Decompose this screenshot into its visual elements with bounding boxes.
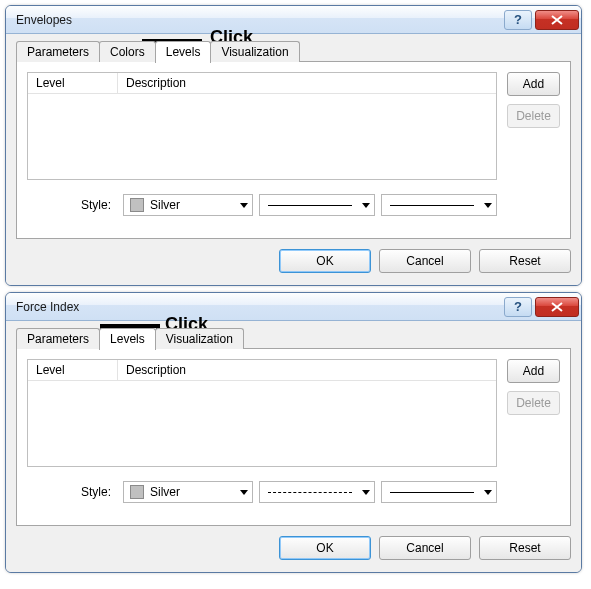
delete-button: Delete — [507, 391, 560, 415]
delete-button: Delete — [507, 104, 560, 128]
ok-button[interactable]: OK — [279, 249, 371, 273]
color-name: Silver — [150, 485, 180, 499]
help-button[interactable]: ? — [504, 297, 532, 317]
title-bar[interactable]: Envelopes ? — [6, 6, 581, 34]
reset-button[interactable]: Reset — [479, 536, 571, 560]
listview-header: Level Description — [28, 73, 496, 94]
tab-colors[interactable]: Colors — [99, 41, 156, 62]
chevron-down-icon — [362, 203, 370, 208]
reset-button[interactable]: Reset — [479, 249, 571, 273]
line-width-combo[interactable] — [381, 481, 497, 503]
tab-parameters[interactable]: Parameters — [16, 41, 100, 62]
cancel-button[interactable]: Cancel — [379, 249, 471, 273]
line-style-preview-icon — [268, 492, 352, 493]
add-button[interactable]: Add — [507, 359, 560, 383]
line-width-combo[interactable] — [381, 194, 497, 216]
close-icon — [551, 302, 563, 312]
column-header-description[interactable]: Description — [118, 360, 496, 380]
style-label: Style: — [27, 198, 117, 212]
dialog-body: Parameters Colors Levels Visualization L… — [6, 34, 581, 285]
style-row: Style: Silver — [27, 194, 497, 216]
tab-visualization[interactable]: Visualization — [210, 41, 299, 62]
cancel-button[interactable]: Cancel — [379, 536, 471, 560]
help-button[interactable]: ? — [504, 10, 532, 30]
window-title: Force Index — [16, 300, 501, 314]
line-style-preview-icon — [268, 205, 352, 206]
tab-levels[interactable]: Levels — [99, 328, 156, 350]
line-width-preview-icon — [390, 205, 474, 206]
color-swatch-icon — [130, 485, 144, 499]
column-header-level[interactable]: Level — [28, 360, 118, 380]
tab-panel-levels: Level Description Style: Silver — [16, 348, 571, 526]
title-bar[interactable]: Force Index ? — [6, 293, 581, 321]
column-header-description[interactable]: Description — [118, 73, 496, 93]
style-label: Style: — [27, 485, 117, 499]
tab-strip: Parameters Colors Levels Visualization — [16, 40, 571, 62]
dialog-body: Parameters Levels Visualization Level De… — [6, 321, 581, 572]
tab-strip: Parameters Levels Visualization — [16, 327, 571, 349]
dialog-wrap-force-index: Force Index ? Parameters Levels Visualiz… — [5, 292, 586, 573]
chevron-down-icon — [484, 490, 492, 495]
levels-listview[interactable]: Level Description — [27, 359, 497, 467]
dialog-envelopes: Envelopes ? Parameters Colors Levels Vis… — [5, 5, 582, 286]
dialog-footer: OK Cancel Reset — [16, 239, 571, 275]
add-button[interactable]: Add — [507, 72, 560, 96]
tab-panel-levels: Level Description Style: Silver — [16, 61, 571, 239]
close-button[interactable] — [535, 297, 579, 317]
chevron-down-icon — [484, 203, 492, 208]
line-width-preview-icon — [390, 492, 474, 493]
chevron-down-icon — [240, 203, 248, 208]
tab-parameters[interactable]: Parameters — [16, 328, 100, 349]
color-combo[interactable]: Silver — [123, 194, 253, 216]
line-style-combo[interactable] — [259, 194, 375, 216]
tab-visualization[interactable]: Visualization — [155, 328, 244, 349]
close-button[interactable] — [535, 10, 579, 30]
chevron-down-icon — [240, 490, 248, 495]
dialog-wrap-envelopes: Envelopes ? Parameters Colors Levels Vis… — [5, 5, 586, 286]
dialog-footer: OK Cancel Reset — [16, 526, 571, 562]
dialog-force-index: Force Index ? Parameters Levels Visualiz… — [5, 292, 582, 573]
window-title: Envelopes — [16, 13, 501, 27]
listview-header: Level Description — [28, 360, 496, 381]
color-swatch-icon — [130, 198, 144, 212]
levels-listview[interactable]: Level Description — [27, 72, 497, 180]
column-header-level[interactable]: Level — [28, 73, 118, 93]
close-icon — [551, 15, 563, 25]
ok-button[interactable]: OK — [279, 536, 371, 560]
color-combo[interactable]: Silver — [123, 481, 253, 503]
style-row: Style: Silver — [27, 481, 497, 503]
chevron-down-icon — [362, 490, 370, 495]
tab-levels[interactable]: Levels — [155, 41, 212, 63]
line-style-combo[interactable] — [259, 481, 375, 503]
color-name: Silver — [150, 198, 180, 212]
